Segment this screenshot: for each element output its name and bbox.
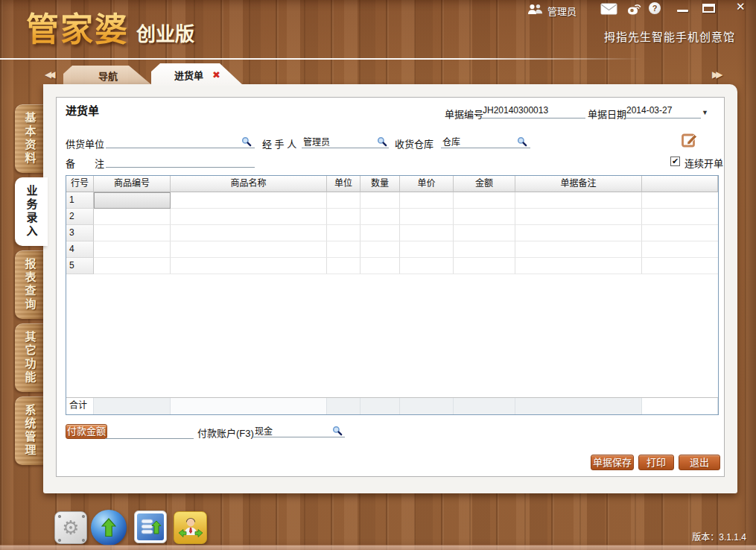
cell-price[interactable] — [400, 241, 454, 258]
col-header-amount: 金额 — [454, 176, 515, 192]
payment-amount-input[interactable] — [105, 426, 194, 439]
cell-amount[interactable] — [454, 225, 515, 241]
cell-doc-remark[interactable] — [515, 192, 642, 209]
cell-amount[interactable] — [454, 258, 515, 274]
warehouse-search-icon[interactable] — [517, 136, 527, 147]
cell-unit[interactable] — [327, 241, 360, 258]
grid-empty-area — [66, 274, 718, 397]
save-button[interactable]: 单据保存 — [591, 455, 634, 470]
cell-product-code[interactable] — [94, 258, 171, 274]
payment-amount-button[interactable]: 付款金额 — [66, 424, 107, 439]
tab-close-icon[interactable]: ✖ — [212, 69, 220, 80]
cell-doc-remark[interactable] — [515, 209, 642, 225]
weibo-icon[interactable] — [626, 3, 641, 19]
supplier-search-icon[interactable] — [241, 136, 252, 147]
payment-account-label: 付款账户(F3) — [197, 426, 254, 440]
online-upgrade-dock-icon[interactable] — [91, 510, 127, 546]
payment-account-field[interactable]: 现金 — [253, 424, 345, 437]
items-grid: 行号 商品编号 商品名称 单位 数量 单价 金额 单据备注 1 — [66, 175, 719, 415]
cell-price[interactable] — [400, 209, 454, 225]
sidebar-item-system-management[interactable]: 系统管理 — [15, 396, 45, 465]
cell-doc-remark[interactable] — [515, 241, 642, 258]
col-header-line-no: 行号 — [66, 176, 94, 192]
user-switch-dock-icon[interactable] — [174, 511, 207, 544]
header-divider — [0, 58, 756, 60]
edit-icon[interactable] — [681, 131, 699, 151]
minimize-icon[interactable] — [677, 10, 688, 12]
cell-qty[interactable] — [360, 209, 400, 225]
cell-qty[interactable] — [360, 241, 400, 258]
data-backup-dock-icon[interactable] — [134, 511, 167, 543]
total-price — [400, 398, 454, 414]
table-row: 5 — [66, 258, 718, 274]
cell-amount[interactable] — [454, 209, 515, 225]
row-number: 1 — [66, 192, 94, 209]
help-icon[interactable]: ? — [649, 2, 661, 14]
tab-purchase-order[interactable]: 进货单 ✖ — [151, 63, 244, 86]
cell-price[interactable] — [400, 225, 454, 241]
doc-no-field[interactable]: JH20140300013 — [481, 105, 585, 118]
logo-main-text: 管家婆 — [26, 3, 129, 51]
cell-unit[interactable] — [327, 258, 360, 274]
total-doc-remark — [515, 398, 642, 414]
handler-field[interactable]: 管理员 — [302, 135, 389, 148]
database-icon — [137, 513, 164, 540]
handler-search-icon[interactable] — [377, 136, 387, 147]
sidebar-item-report-query[interactable]: 报表查询 — [15, 250, 45, 319]
cell-filler — [642, 209, 718, 225]
grid-header-row: 行号 商品编号 商品名称 单位 数量 单价 金额 单据备注 — [66, 176, 718, 192]
cell-unit[interactable] — [327, 192, 360, 209]
company-name: 拇指先生智能手机创意馆 — [604, 28, 735, 44]
cell-unit[interactable] — [327, 225, 360, 241]
remark-input[interactable] — [106, 154, 255, 168]
print-button[interactable]: 打印 — [638, 455, 674, 470]
date-dropdown-icon[interactable]: ▼ — [702, 109, 708, 116]
doc-no-label: 单据编号 — [445, 107, 483, 121]
tab-scroll-left-icon[interactable]: ◀◀ — [45, 69, 52, 80]
col-header-product-code: 商品编号 — [94, 176, 171, 192]
table-row: 4 — [66, 241, 718, 258]
cell-product-name[interactable] — [171, 209, 327, 225]
cell-amount[interactable] — [454, 241, 515, 258]
cell-product-name[interactable] — [171, 225, 327, 241]
cell-qty[interactable] — [360, 258, 400, 274]
cell-product-code[interactable] — [94, 225, 171, 241]
logo-sub-text: 创业版 — [136, 19, 194, 46]
current-user[interactable]: 管理员 — [527, 4, 576, 18]
sidebar-item-business-entry[interactable]: 业务录入 — [15, 177, 48, 246]
cell-doc-remark[interactable] — [515, 225, 642, 241]
payment-account-search-icon[interactable] — [332, 426, 343, 436]
cell-price[interactable] — [400, 258, 454, 274]
supplier-input[interactable] — [106, 135, 255, 148]
cell-filler — [642, 192, 718, 209]
sidebar-item-basic-data[interactable]: 基本资料 — [15, 104, 45, 173]
settings-dock-icon[interactable]: ⚙ — [54, 511, 87, 544]
mail-icon[interactable] — [600, 3, 617, 18]
cell-product-name[interactable] — [171, 192, 327, 209]
continuous-checkbox[interactable]: ✔ — [670, 157, 680, 166]
cell-doc-remark[interactable] — [515, 258, 642, 274]
cell-qty[interactable] — [360, 225, 400, 241]
close-icon[interactable]: ✕ — [736, 0, 746, 13]
cell-price[interactable] — [400, 192, 454, 209]
cell-product-name[interactable] — [171, 241, 327, 258]
doc-date-field[interactable]: 2014-03-27 — [625, 105, 701, 118]
cell-qty[interactable] — [360, 192, 400, 209]
cell-filler — [642, 225, 718, 241]
cell-unit[interactable] — [327, 209, 360, 225]
row-number: 3 — [66, 225, 94, 241]
total-qty — [360, 398, 400, 414]
user-icon — [527, 4, 544, 18]
maximize-icon[interactable] — [702, 4, 715, 13]
cell-product-code[interactable] — [94, 241, 171, 258]
exit-button[interactable]: 退出 — [679, 455, 720, 470]
col-header-unit: 单位 — [327, 176, 360, 192]
tab-scroll-right-icon[interactable]: ▶▶ — [712, 69, 720, 80]
cell-product-name[interactable] — [171, 258, 327, 274]
cell-product-code-selected[interactable] — [94, 192, 171, 209]
cell-product-code[interactable] — [94, 209, 171, 225]
cell-amount[interactable] — [454, 192, 515, 209]
tab-navigation[interactable]: 导航 — [63, 66, 153, 86]
sidebar-item-other-functions[interactable]: 其它功能 — [15, 323, 45, 392]
app-window: 管家婆 创业版 管理员 ? ✕ 拇指先生智能手机创意馆 — [0, 0, 756, 550]
